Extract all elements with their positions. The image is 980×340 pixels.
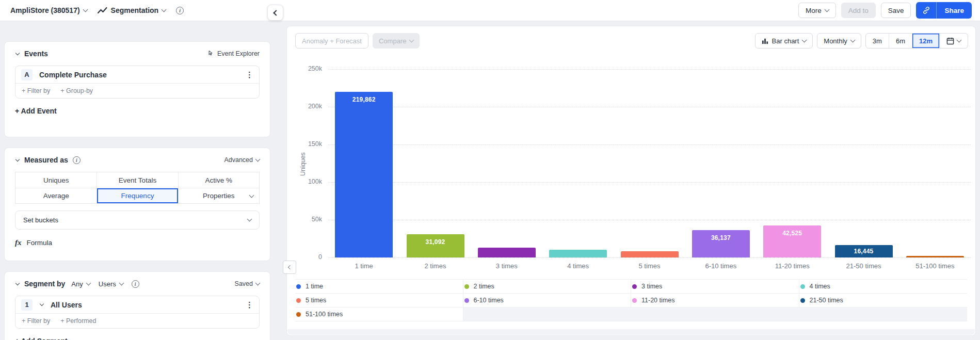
- x-tick-label: 3 times: [471, 262, 542, 270]
- gridline: [328, 144, 971, 145]
- bar-4-times[interactable]: [549, 250, 607, 257]
- anomaly-forecast-button[interactable]: Anomaly + Forecast: [295, 33, 368, 48]
- range-12m[interactable]: 12m: [912, 34, 939, 48]
- range-3m[interactable]: 3m: [866, 34, 889, 48]
- set-buckets-dropdown[interactable]: Set buckets: [15, 211, 260, 230]
- measure-cell-uniques[interactable]: Uniques: [15, 172, 97, 188]
- chevron-down-icon: [255, 156, 261, 161]
- measure-cell-active-pct[interactable]: Active %: [178, 172, 259, 188]
- range-6m[interactable]: 6m: [889, 34, 912, 48]
- measure-label: Frequency: [121, 192, 154, 200]
- collapse-section-icon[interactable]: [15, 157, 20, 161]
- segment-menu-button[interactable]: ⋮: [246, 301, 253, 309]
- interval-label: Monthly: [824, 37, 847, 45]
- chevron-down-icon: [86, 280, 91, 285]
- add-to-label: Add to: [848, 7, 869, 14]
- legend-item-4-times[interactable]: 4 times: [799, 280, 968, 294]
- event-filter-by-button[interactable]: + Filter by: [22, 87, 50, 94]
- bar-11-20-times[interactable]: 42,525: [763, 225, 821, 257]
- x-tick-label: 21-50 times: [828, 262, 899, 270]
- legend-item-51-100-times[interactable]: 51-100 times: [295, 307, 463, 321]
- saved-label: Saved: [235, 280, 253, 287]
- sidebar-collapse-button[interactable]: [267, 5, 283, 21]
- chevron-down-icon: [119, 280, 124, 285]
- legend-item-6-10-times[interactable]: 6-10 times: [463, 294, 632, 307]
- measure-cell-frequency[interactable]: Frequency: [97, 188, 178, 203]
- legend-item-5-times[interactable]: 5 times: [295, 294, 463, 307]
- legend-dot: [296, 284, 301, 289]
- x-axis: 1 time2 times3 times4 times5 times6-10 t…: [328, 262, 971, 272]
- compare-label: Compare: [379, 37, 406, 45]
- segment-performed-button[interactable]: + Performed: [60, 317, 96, 325]
- bar-21-50-times[interactable]: 16,445: [835, 245, 893, 257]
- chart-type-nav[interactable]: Segmentation: [98, 6, 166, 14]
- event-item: A Complete Purchase ⋮ + Filter by + Grou…: [15, 66, 260, 99]
- segment-any-dropdown[interactable]: Any: [71, 280, 90, 288]
- bar-5-times[interactable]: [621, 251, 679, 257]
- legend-item-2-times[interactable]: 2 times: [463, 280, 632, 294]
- legend-label: 2 times: [474, 283, 494, 290]
- legend-item-1-time[interactable]: 1 time: [295, 280, 463, 294]
- measure-label: Properties: [203, 192, 235, 200]
- chevron-down-icon: [850, 37, 855, 42]
- interval-dropdown[interactable]: Monthly: [817, 33, 861, 48]
- chart-type-dropdown[interactable]: Bar chart: [755, 33, 813, 48]
- info-icon[interactable]: i: [132, 280, 139, 288]
- x-tick-label: 5 times: [614, 262, 685, 270]
- measure-cell-properties[interactable]: Properties: [178, 188, 259, 203]
- bar-6-10-times[interactable]: 36,137: [692, 230, 750, 257]
- legend-dot: [464, 298, 469, 303]
- share-button[interactable]: Share: [937, 2, 972, 19]
- chevron-down-icon: [957, 37, 962, 42]
- event-menu-button[interactable]: ⋮: [246, 71, 253, 78]
- add-segment-button[interactable]: + Add Segment: [15, 337, 68, 340]
- compare-button[interactable]: Compare: [373, 33, 420, 48]
- segment-filter-by-button[interactable]: + Filter by: [22, 317, 50, 325]
- bar-3-times[interactable]: [478, 248, 536, 257]
- more-button[interactable]: More: [798, 3, 836, 18]
- y-tick-label: 50k: [290, 216, 322, 223]
- project-selector[interactable]: AmpliStore (380517): [10, 6, 87, 14]
- formula-button[interactable]: fx Formula: [15, 238, 260, 247]
- add-event-button[interactable]: + Add Event: [15, 107, 57, 115]
- bar-1-time[interactable]: 219,862: [335, 92, 393, 257]
- bar-2-times[interactable]: 31,092: [407, 234, 464, 257]
- save-button[interactable]: Save: [881, 3, 911, 18]
- x-tick-label: 2 times: [399, 262, 471, 270]
- chevron-down-icon[interactable]: [40, 302, 44, 306]
- bar-value-label: 16,445: [835, 248, 893, 255]
- info-icon[interactable]: i: [73, 156, 81, 164]
- measure-cell-average[interactable]: Average: [15, 188, 97, 203]
- event-explorer-icon: [207, 50, 214, 57]
- segment-name[interactable]: All Users: [51, 301, 82, 309]
- saved-dropdown[interactable]: Saved: [235, 280, 260, 287]
- measure-cell-event-totals[interactable]: Event Totals: [97, 172, 178, 188]
- advanced-dropdown[interactable]: Advanced: [224, 156, 260, 164]
- gridline: [328, 182, 971, 183]
- event-explorer-button[interactable]: Event Explorer: [207, 50, 260, 57]
- event-group-by-button[interactable]: + Group-by: [60, 87, 93, 94]
- info-icon[interactable]: i: [176, 7, 184, 14]
- segment-users-dropdown[interactable]: Users: [99, 280, 123, 288]
- add-to-button[interactable]: Add to: [841, 3, 876, 18]
- custom-date-button[interactable]: [939, 34, 968, 48]
- collapse-section-icon[interactable]: [15, 51, 20, 55]
- top-bar-left: AmpliStore (380517) Segmentation i: [0, 6, 184, 14]
- chevron-left-icon: [288, 265, 292, 269]
- legend-item-11-20-times[interactable]: 11-20 times: [631, 294, 799, 307]
- chart-type-label: Bar chart: [772, 37, 799, 45]
- legend-item-3-times[interactable]: 3 times: [631, 280, 799, 294]
- legend-item-21-50-times[interactable]: 21-50 times: [799, 294, 968, 307]
- copy-link-button[interactable]: [916, 2, 937, 19]
- anomaly-forecast-label: Anomaly + Forecast: [302, 37, 362, 45]
- measure-label: Average: [43, 192, 69, 200]
- legend-label: 11-20 times: [641, 297, 674, 304]
- collapse-section-icon[interactable]: [15, 281, 20, 285]
- measure-label: Active %: [205, 176, 233, 184]
- bar-51-100-times[interactable]: [906, 256, 964, 257]
- event-name[interactable]: Complete Purchase: [39, 71, 107, 79]
- panel-footer-scroll-track[interactable]: [287, 329, 975, 335]
- chart-panel-collapse-button[interactable]: [283, 261, 296, 274]
- x-tick-label: 6-10 times: [685, 262, 757, 270]
- chevron-down-icon: [409, 37, 414, 42]
